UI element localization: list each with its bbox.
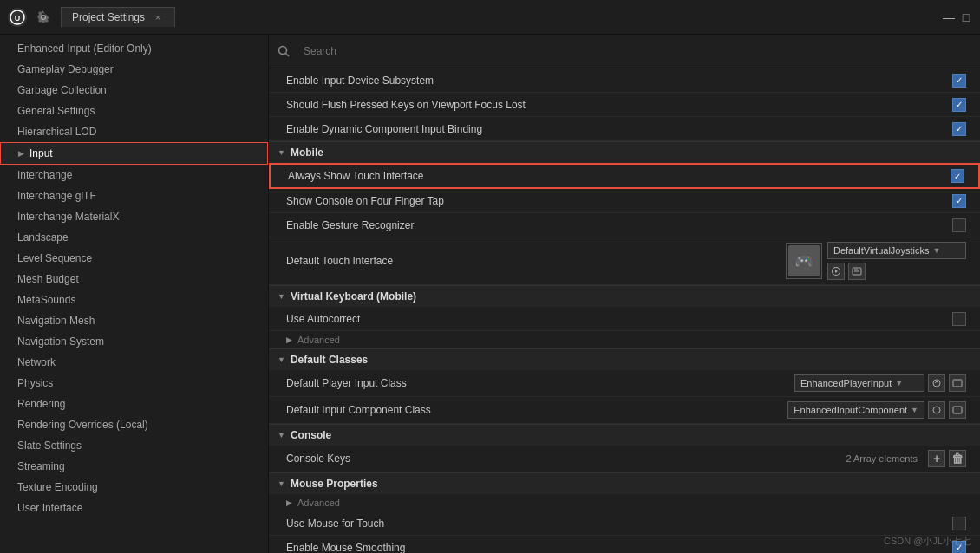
maximize-button[interactable]: □ bbox=[959, 10, 973, 24]
section-header-mouse-properties: ▼ Mouse Properties bbox=[269, 472, 980, 494]
enable-input-device-checkbox[interactable] bbox=[952, 74, 966, 88]
player-input-class-dropdown[interactable]: EnhancedPlayerInput ▼ bbox=[794, 374, 924, 392]
setting-label: Console Keys bbox=[286, 452, 846, 465]
dropdown-value: EnhancedInputComponent bbox=[794, 405, 907, 415]
sidebar-item-mesh-budget[interactable]: Mesh Budget bbox=[0, 269, 268, 290]
sidebar-label: Level Sequence bbox=[17, 252, 92, 264]
array-count: 2 Array elements bbox=[846, 453, 918, 464]
section-collapse-arrow[interactable]: ▼ bbox=[278, 431, 285, 439]
sidebar-label: Input bbox=[29, 147, 53, 159]
sidebar-item-interchange-gltf[interactable]: Interchange glTF bbox=[0, 185, 268, 206]
setting-control bbox=[952, 541, 966, 554]
input-component-reset-button[interactable] bbox=[928, 401, 945, 419]
setting-control bbox=[952, 517, 966, 530]
search-bar bbox=[269, 35, 980, 68]
sidebar-item-rendering[interactable]: Rendering bbox=[0, 394, 268, 414]
sidebar-item-landscape[interactable]: Landscape bbox=[0, 227, 268, 248]
touch-interface-preview: 🎮 bbox=[786, 243, 822, 279]
setting-row-default-touch-interface: Default Touch Interface 🎮 DefaultVirtual… bbox=[269, 237, 980, 285]
dynamic-component-checkbox[interactable] bbox=[952, 122, 966, 136]
player-input-browse-button[interactable] bbox=[949, 374, 966, 392]
sidebar-label: Enhanced Input (Editor Only) bbox=[17, 42, 152, 55]
sidebar-item-rendering-overrides[interactable]: Rendering Overrides (Local) bbox=[0, 414, 268, 435]
sidebar-item-slate-settings[interactable]: Slate Settings bbox=[0, 435, 268, 456]
sidebar-label: General Settings bbox=[17, 105, 95, 117]
sidebar-item-navigation-mesh[interactable]: Navigation Mesh bbox=[0, 310, 268, 331]
sidebar-item-metasounds[interactable]: MetaSounds bbox=[0, 290, 268, 310]
sidebar-label: MetaSounds bbox=[17, 294, 75, 306]
sidebar-item-enhanced-input[interactable]: Enhanced Input (Editor Only) bbox=[0, 38, 268, 59]
setting-row-enable-input-device: Enable Input Device Subsystem bbox=[269, 68, 980, 93]
input-component-browse-button[interactable] bbox=[949, 401, 966, 419]
svg-line-3 bbox=[286, 54, 290, 57]
sidebar-item-texture-encoding[interactable]: Texture Encoding bbox=[0, 477, 268, 498]
setting-label: Default Player Input Class bbox=[286, 377, 794, 389]
sidebar-item-user-interface[interactable]: User Interface bbox=[0, 498, 268, 518]
advanced-expand-icon[interactable]: ▶ bbox=[286, 498, 292, 507]
sidebar-item-streaming[interactable]: Streaming bbox=[0, 456, 268, 477]
sidebar-item-gameplay-debugger[interactable]: Gameplay Debugger bbox=[0, 59, 268, 80]
sidebar-label: Navigation Mesh bbox=[17, 315, 95, 327]
search-icon bbox=[278, 45, 290, 57]
sidebar-label: Garbage Collection bbox=[17, 84, 107, 96]
player-input-reset-button[interactable] bbox=[928, 374, 945, 392]
project-settings-tab[interactable]: Project Settings × bbox=[61, 7, 175, 27]
sidebar-item-input[interactable]: ▶ Input bbox=[0, 142, 268, 165]
search-input[interactable] bbox=[297, 42, 971, 61]
setting-label: Enable Mouse Smoothing bbox=[286, 542, 952, 554]
section-title: Virtual Keyboard (Mobile) bbox=[291, 290, 416, 303]
always-show-touch-checkbox[interactable] bbox=[951, 169, 964, 183]
add-array-element-button[interactable]: + bbox=[928, 450, 945, 467]
sidebar-item-interchange-materialx[interactable]: Interchange MaterialX bbox=[0, 206, 268, 227]
sidebar-item-interchange[interactable]: Interchange bbox=[0, 165, 268, 185]
minimize-button[interactable]: — bbox=[942, 10, 956, 24]
sidebar-item-navigation-system[interactable]: Navigation System bbox=[0, 331, 268, 352]
sidebar-label: Interchange glTF bbox=[17, 190, 96, 202]
setting-label: Always Show Touch Interface bbox=[288, 170, 951, 182]
setting-row-show-console: Show Console on Four Finger Tap bbox=[269, 189, 980, 213]
svg-rect-6 bbox=[953, 407, 962, 413]
sidebar-label: Landscape bbox=[17, 231, 69, 244]
sidebar-item-general-settings[interactable]: General Settings bbox=[0, 101, 268, 121]
show-console-checkbox[interactable] bbox=[952, 194, 966, 208]
section-collapse-arrow[interactable]: ▼ bbox=[278, 148, 285, 157]
section-collapse-arrow[interactable]: ▼ bbox=[278, 479, 285, 488]
sidebar-label: User Interface bbox=[17, 502, 82, 514]
sidebar-label: Physics bbox=[17, 377, 53, 389]
setting-control bbox=[952, 74, 966, 88]
flush-keys-checkbox[interactable] bbox=[952, 98, 966, 112]
ue-logo-circle: U bbox=[8, 8, 27, 27]
mouse-smoothing-checkbox[interactable] bbox=[952, 541, 966, 554]
advanced-expand-icon[interactable]: ▶ bbox=[286, 335, 292, 344]
sidebar-item-level-sequence[interactable]: Level Sequence bbox=[0, 248, 268, 269]
advanced-label: Advanced bbox=[297, 335, 340, 345]
setting-control: EnhancedPlayerInput ▼ bbox=[794, 374, 966, 392]
sidebar-item-hierarchical-lod[interactable]: Hierarchical LOD bbox=[0, 121, 268, 142]
gesture-recognizer-checkbox[interactable] bbox=[952, 218, 966, 232]
section-header-default-classes: ▼ Default Classes bbox=[269, 348, 980, 370]
section-title: Mobile bbox=[291, 146, 323, 159]
tab-close-button[interactable]: × bbox=[152, 11, 164, 23]
section-collapse-arrow[interactable]: ▼ bbox=[278, 355, 285, 364]
sidebar-item-garbage-collection[interactable]: Garbage Collection bbox=[0, 80, 268, 101]
sidebar-label: Texture Encoding bbox=[17, 481, 98, 493]
setting-control: EnhancedInputComponent ▼ bbox=[787, 401, 966, 419]
expand-arrow-icon: ▶ bbox=[18, 149, 24, 158]
default-touch-interface-dropdown[interactable]: DefaultVirtualJoysticks ▼ bbox=[827, 242, 966, 259]
input-component-class-dropdown[interactable]: EnhancedInputComponent ▼ bbox=[787, 401, 924, 419]
setting-row-gesture-recognizer: Enable Gesture Recognizer bbox=[269, 213, 980, 237]
section-title: Console bbox=[291, 429, 331, 441]
touch-browse-button[interactable] bbox=[848, 263, 866, 280]
tab-title: Project Settings bbox=[72, 11, 145, 23]
section-collapse-arrow[interactable]: ▼ bbox=[278, 292, 285, 301]
sidebar-label: Interchange MaterialX bbox=[17, 211, 119, 223]
sidebar-item-network[interactable]: Network bbox=[0, 352, 268, 373]
autocorrect-checkbox[interactable] bbox=[952, 312, 966, 326]
remove-array-element-button[interactable]: 🗑 bbox=[949, 450, 966, 467]
touch-reset-button[interactable] bbox=[827, 263, 845, 280]
sidebar-item-physics[interactable]: Physics bbox=[0, 373, 268, 394]
section-title: Default Classes bbox=[291, 354, 368, 366]
dropdown-arrow-icon: ▼ bbox=[932, 246, 940, 255]
section-header-mobile: ▼ Mobile bbox=[269, 141, 980, 163]
use-mouse-for-touch-checkbox[interactable] bbox=[952, 517, 966, 530]
